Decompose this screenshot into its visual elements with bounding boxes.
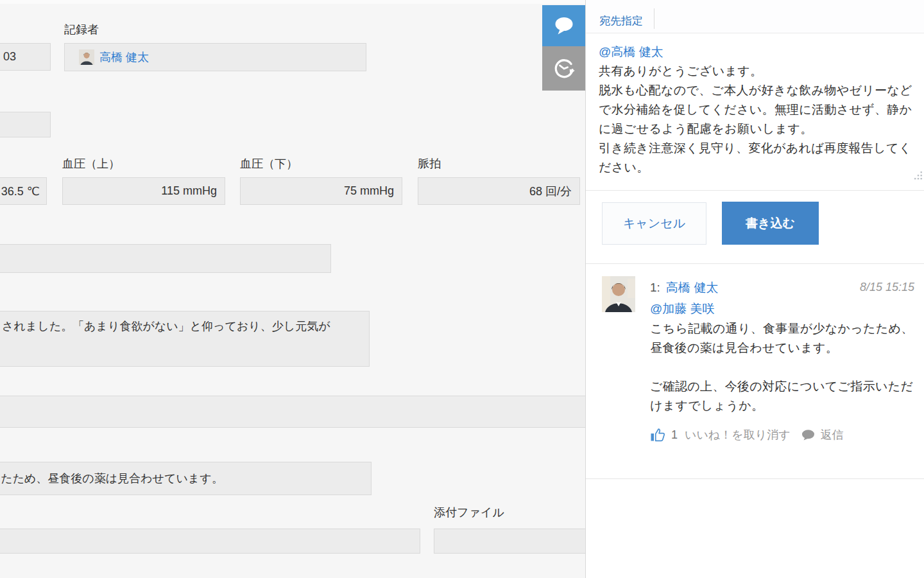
pulse-field: 68 回/分 (418, 177, 580, 205)
recorder-avatar (79, 49, 94, 65)
comment-body: こちら記載の通り、食事量が少なかったため、昼食後の薬は見合わせています。 ご確認… (650, 319, 918, 416)
comment-panel-tab[interactable] (542, 5, 586, 46)
condition-note-text: されました。「あまり食欲がない」と仰っており、少し元気が (2, 319, 330, 334)
temperature-value: 36.5 ℃ (1, 184, 40, 198)
pulse-label: 脈拍 (418, 156, 441, 171)
editor-line: 脱水も心配なので、ご本人が好きな飲み物やゼリーなどで水分補給を促してください。無… (599, 81, 917, 139)
comment-author-link[interactable]: 高橋 健太 (666, 279, 718, 296)
attachment-label: 添付ファイル (434, 505, 504, 520)
editor-mention-link[interactable]: @高橋 健太 (599, 44, 663, 60)
speech-bubble-icon (553, 16, 575, 35)
unlike-link[interactable]: いいね！を取り消す (685, 427, 791, 442)
editor-bottom-border (586, 190, 924, 191)
editor-line: 引き続き注意深く見守り、変化があれば再度報告してください。 (599, 139, 917, 177)
comment-header: 1: 高橋 健太 (650, 279, 718, 296)
comments-divider (586, 263, 924, 264)
bp-lower-field: 75 mmHg (240, 177, 402, 205)
recorder-label: 記録者 (64, 22, 99, 37)
bp-lower-value: 75 mmHg (344, 184, 394, 198)
pulse-value: 68 回/分 (529, 184, 572, 199)
resize-grip-icon[interactable] (914, 171, 923, 180)
recipient-specify-link[interactable]: 宛先指定 (599, 13, 643, 28)
comment-editor-header: 宛先指定 (586, 0, 924, 33)
comment-timestamp: 8/15 15:15 (860, 281, 914, 294)
app-screen: 03 記録者 高橋 健太 血圧（上） 血圧（下） 脈拍 36.5 ℃ 1 (0, 0, 924, 578)
bp-upper-value: 115 mmHg (161, 184, 217, 198)
cancel-button[interactable]: キャンセル (602, 202, 706, 245)
thumbs-up-icon[interactable] (650, 428, 665, 442)
comment-actions-row: 1 いいね！を取り消す 返信 (650, 427, 844, 442)
top-edge (0, 0, 585, 4)
bp-lower-label: 血圧（下） (240, 156, 298, 171)
record-number-field: 03 (0, 43, 51, 71)
comment-number: 1: (650, 281, 660, 295)
condition-note-field: されました。「あまり食欲がない」と仰っており、少し元気が (0, 311, 370, 367)
comment-paragraph: こちら記載の通り、食事量が少なかったため、昼食後の薬は見合わせています。 (650, 319, 918, 358)
bp-upper-label: 血圧（上） (62, 156, 120, 171)
comment-panel: 宛先指定 @高橋 健太 共有ありがとうございます。 脱水も心配なので、ご本人が好… (585, 0, 924, 578)
bottom-left-field (0, 529, 420, 554)
reply-bubble-icon (801, 430, 815, 441)
editor-line: 共有ありがとうございます。 (599, 62, 917, 81)
like-count: 1 (671, 428, 678, 442)
medication-note-field: たため、昼食後の薬は見合わせています。 (0, 462, 372, 495)
history-clock-icon (552, 57, 576, 81)
comment-paragraph: ご確認の上、今後の対応についてご指示いただけますでしょうか。 (650, 377, 918, 416)
attachment-field (434, 529, 585, 554)
recorder-field: 高橋 健太 (64, 43, 366, 71)
comment-editor-textarea[interactable]: 共有ありがとうございます。 脱水も心配なので、ご本人が好きな飲み物やゼリーなどで… (599, 62, 917, 177)
record-form-panel: 03 記録者 高橋 健太 血圧（上） 血圧（下） 脈拍 36.5 ℃ 1 (0, 0, 585, 578)
record-number-value: 03 (3, 50, 16, 64)
bp-upper-field: 115 mmHg (62, 177, 225, 205)
medication-note-text: たため、昼食後の薬は見合わせています。 (1, 471, 223, 486)
comment-bottom-divider (586, 478, 924, 479)
history-panel-tab[interactable] (542, 46, 586, 91)
cut-empty-field (0, 112, 51, 137)
reply-link[interactable]: 返信 (821, 427, 844, 442)
comment-mention-link[interactable]: @加藤 美咲 (650, 301, 715, 317)
temperature-field: 36.5 ℃ (0, 177, 47, 205)
comment-author-avatar (602, 276, 635, 312)
empty-mid-field (0, 244, 331, 273)
header-divider (654, 8, 654, 29)
section-band (0, 396, 585, 428)
recorder-name-link[interactable]: 高橋 健太 (99, 49, 149, 65)
submit-comment-button[interactable]: 書き込む (722, 202, 819, 245)
